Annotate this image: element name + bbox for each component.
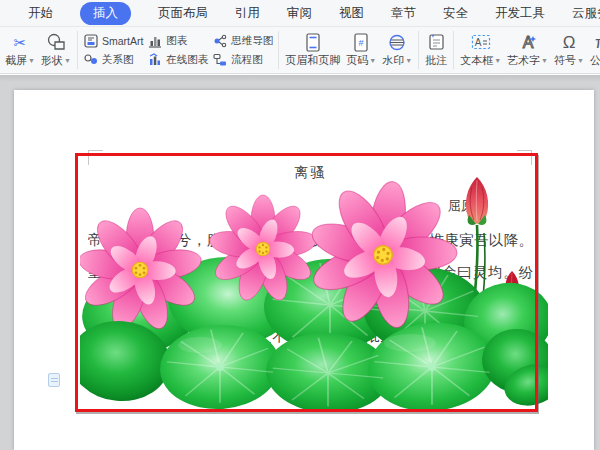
chevron-down-icon: ▼ — [577, 57, 584, 64]
chart-button[interactable]: 图表 — [147, 33, 208, 48]
chevron-down-icon: ▼ — [64, 57, 71, 64]
shapes-button[interactable]: 形状▼ — [38, 28, 74, 72]
relation-chart-button[interactable]: 关系图 — [83, 52, 143, 67]
smartart-icon — [83, 33, 99, 48]
tab-insert[interactable]: 插入 — [80, 2, 131, 25]
chevron-down-icon: ▼ — [28, 57, 35, 64]
bar-chart-icon — [147, 33, 163, 48]
wordart-button[interactable]: A 艺术字▼ — [504, 28, 551, 72]
svg-text:#: # — [359, 37, 364, 47]
tab-dev-tools[interactable]: 开发工具 — [495, 5, 545, 22]
scissors-icon: ✂ — [14, 35, 27, 50]
chevron-down-icon: ▼ — [405, 57, 412, 64]
margin-mark-top-left — [88, 150, 103, 165]
tab-page-layout[interactable]: 页面布局 — [158, 5, 208, 22]
tab-home[interactable]: 开始 — [28, 5, 53, 22]
document-page[interactable]: 离骚 屈原 帝高阳之苗裔兮，朕皇考曰伯庸。摄提贞于孟陬兮，惟庚寅吾以降。 皇览揆… — [14, 90, 594, 450]
relation-chart-icon — [83, 52, 99, 67]
flowchart-button[interactable]: 流程图 — [212, 52, 273, 67]
comment-icon — [428, 32, 445, 52]
wps-writer-window: 开始 插入 页面布局 引用 审阅 视图 章节 安全 开发工具 云服务 文档助手 … — [0, 0, 600, 450]
toolbar-divider — [418, 31, 419, 69]
textbox-button[interactable]: A 文本框▼ — [457, 28, 504, 72]
header-footer-icon — [305, 32, 321, 52]
header-footer-button[interactable]: 页眉和页脚 — [282, 28, 343, 72]
chevron-down-icon: ▼ — [369, 57, 376, 64]
formula-button[interactable]: π 公式 — [587, 28, 600, 72]
wordart-icon: A — [519, 32, 537, 52]
online-chart-button[interactable]: 在线图表 — [147, 52, 208, 67]
mindmap-icon — [212, 33, 228, 48]
tab-cloud-service[interactable]: 云服务 — [572, 5, 600, 22]
canvas-top-shadow — [0, 75, 600, 82]
lotus-bud-large — [466, 177, 488, 225]
tab-references[interactable]: 引用 — [235, 5, 260, 22]
page-number-button[interactable]: # 页码▼ — [343, 28, 379, 72]
watermark-button[interactable]: 水印▼ — [379, 28, 415, 72]
tab-security[interactable]: 安全 — [443, 5, 468, 22]
chevron-down-icon: ▼ — [494, 57, 501, 64]
toolbar-divider — [77, 31, 78, 69]
watermark-icon — [387, 32, 407, 52]
margin-page-icon[interactable] — [48, 373, 60, 387]
textbox-icon: A — [471, 32, 491, 52]
svg-text:A: A — [522, 34, 533, 51]
tab-view[interactable]: 视图 — [339, 5, 364, 22]
smartart-button[interactable]: SmartArt — [83, 33, 143, 48]
menu-bar: 开始 插入 页面布局 引用 审阅 视图 章节 安全 开发工具 云服务 文档助手 — [0, 0, 600, 27]
page-number-icon: # — [353, 32, 369, 52]
lotus-artwork-image[interactable] — [80, 175, 548, 410]
symbol-button[interactable]: Ω 符号▼ — [551, 28, 587, 72]
online-chart-icon — [147, 52, 163, 67]
tab-section[interactable]: 章节 — [391, 5, 416, 22]
screenshot-button[interactable]: ✂ 截屏▼ — [2, 28, 38, 72]
margin-mark-top-right — [517, 150, 532, 165]
tab-review[interactable]: 审阅 — [287, 5, 312, 22]
chevron-down-icon: ▼ — [541, 57, 548, 64]
flowchart-icon — [212, 52, 228, 67]
svg-text:A: A — [474, 37, 481, 48]
comment-button[interactable]: 批注 — [422, 28, 450, 72]
shapes-icon — [46, 32, 66, 52]
omega-icon: Ω — [563, 34, 576, 51]
insert-ribbon: ✂ 截屏▼ 形状▼ Sm — [0, 27, 600, 74]
mindmap-button[interactable]: 思维导图 — [212, 33, 273, 48]
document-canvas[interactable]: 离骚 屈原 帝高阳之苗裔兮，朕皇考曰伯庸。摄提贞于孟陬兮，惟庚寅吾以降。 皇览揆… — [0, 75, 600, 450]
toolbar-divider — [453, 31, 454, 69]
pi-icon: π — [595, 34, 600, 51]
toolbar-divider — [278, 31, 279, 69]
